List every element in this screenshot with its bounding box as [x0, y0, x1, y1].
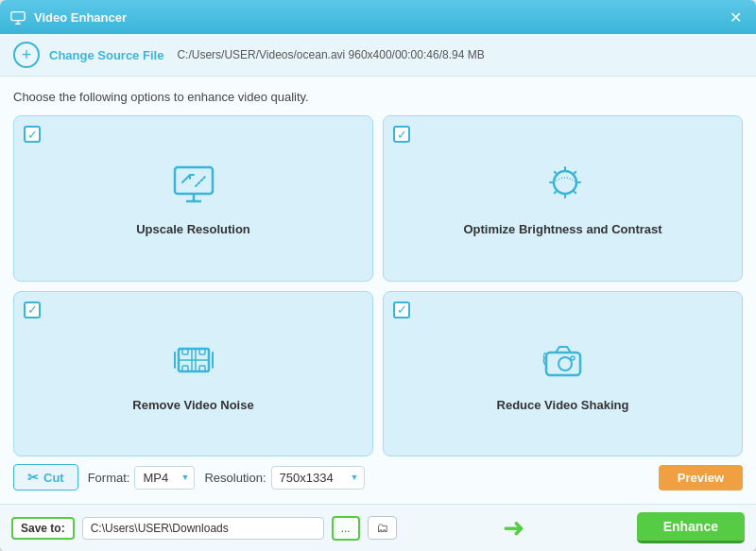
svg-point-20 [558, 357, 572, 370]
app-title: Video Enhancer [34, 10, 724, 25]
change-source-label[interactable]: Change Source File [49, 48, 163, 62]
add-source-button[interactable]: + [13, 42, 40, 68]
svg-line-6 [182, 175, 190, 182]
arrow-icon: ➜ [503, 512, 524, 543]
card-noise-label: Remove Video Noise [132, 398, 253, 412]
resolution-select-wrapper: 750x1334 1080x1920 720x1280 [271, 466, 365, 490]
cut-label: Cut [43, 471, 64, 485]
open-folder-button[interactable]: 🗂 [368, 516, 397, 540]
checkmark-shaking: ✓ [397, 303, 407, 316]
resolution-group: Resolution: 750x1334 1080x1920 720x1280 [204, 466, 364, 490]
monitor-icon [169, 160, 218, 213]
format-select-wrapper: MP4 AVI MOV [134, 466, 195, 490]
source-bar: + Change Source File C:/Users/USER/Video… [0, 34, 756, 77]
title-bar: Video Enhancer ✕ [0, 0, 756, 34]
main-window: Video Enhancer ✕ + Change Source File C:… [0, 0, 756, 551]
checkmark-upscale: ✓ [27, 129, 38, 141]
arrow-spacer: ➜ [404, 512, 629, 543]
checkbox-shaking[interactable]: ✓ [393, 301, 410, 319]
resolution-label: Resolution: [204, 471, 266, 485]
format-label: Format: [88, 471, 130, 485]
card-brightness-label: Optimize Brightness and Contrast [463, 222, 662, 236]
file-info: C:/Users/USER/Videos/ocean.avi 960x400/0… [177, 48, 484, 61]
save-to-label: Save to: [11, 517, 75, 540]
options-grid: ✓ Upscale Resolution [13, 115, 743, 456]
preview-button[interactable]: Preview [659, 465, 743, 491]
svg-rect-0 [11, 12, 25, 21]
plus-icon: + [22, 45, 32, 65]
close-button[interactable]: ✕ [724, 6, 747, 28]
checkmark-brightness: ✓ [397, 129, 407, 141]
svg-line-9 [196, 177, 205, 186]
card-shaking[interactable]: ✓ Reduce Video Shaking [383, 291, 743, 457]
checkbox-upscale[interactable]: ✓ [24, 126, 41, 143]
folder-icon: 🗂 [376, 521, 388, 535]
app-icon [9, 9, 26, 26]
cut-button[interactable]: ✂ Cut [13, 464, 78, 491]
svg-point-21 [571, 356, 575, 360]
enhance-button[interactable]: Enhance [637, 512, 745, 543]
card-upscale-label: Upscale Resolution [136, 222, 250, 236]
bottom-bar: Save to: ... 🗂 ➜ Enhance [0, 504, 756, 551]
format-select[interactable]: MP4 AVI MOV [134, 466, 195, 490]
brightness-icon [539, 160, 588, 213]
main-content: Choose the following options to enhance … [0, 77, 756, 504]
svg-rect-19 [546, 353, 580, 375]
checkmark-noise: ✓ [27, 303, 38, 316]
camera-icon [539, 336, 588, 388]
card-noise[interactable]: ✓ Remove Vide [13, 291, 373, 457]
format-group: Format: MP4 AVI MOV [88, 466, 196, 490]
card-upscale[interactable]: ✓ Upscale Resolution [13, 115, 373, 282]
resolution-select[interactable]: 750x1334 1080x1920 720x1280 [271, 466, 365, 490]
scissors-icon: ✂ [27, 470, 39, 485]
subtitle-text: Choose the following options to enhance … [13, 90, 743, 104]
card-brightness[interactable]: ✓ Optimize Br [383, 115, 743, 282]
toolbar: ✂ Cut Format: MP4 AVI MOV Resolution: [13, 456, 743, 496]
film-icon [169, 336, 218, 388]
browse-button[interactable]: ... [332, 516, 360, 541]
save-path-input[interactable] [82, 517, 324, 540]
checkbox-brightness[interactable]: ✓ [393, 126, 410, 143]
card-shaking-label: Reduce Video Shaking [497, 398, 629, 412]
checkbox-noise[interactable]: ✓ [24, 301, 41, 319]
svg-rect-3 [175, 167, 213, 194]
